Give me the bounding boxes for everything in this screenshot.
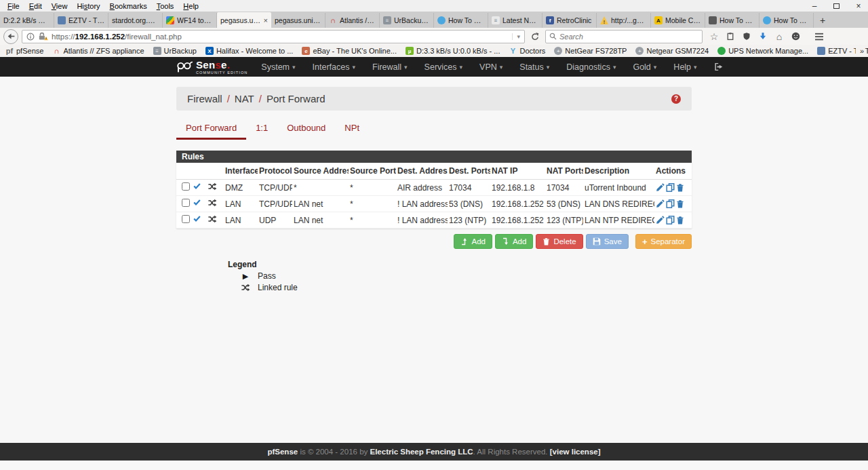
nav-services[interactable]: Services▾ — [425, 62, 462, 72]
url-dropdown-icon[interactable]: ▾ — [512, 33, 520, 40]
reload-button[interactable] — [528, 30, 542, 43]
cell-src_ports: * — [349, 212, 396, 229]
column-header — [206, 163, 224, 180]
bookmark-ups-network-manage[interactable]: UPS Network Manage... — [717, 47, 808, 55]
new-tab-button[interactable]: + — [814, 13, 831, 28]
bookmark-ebay-the-uk-s-online[interactable]: eeBay - The UK's Online... — [302, 47, 397, 55]
bookmark-doctors[interactable]: YDoctors — [509, 47, 545, 55]
browser-tab[interactable]: ≡Latest News - ... — [488, 13, 542, 28]
nav-help[interactable]: Help▾ — [673, 62, 696, 72]
shield-button[interactable] — [738, 29, 755, 44]
edit-icon[interactable] — [656, 216, 665, 224]
insecure-lock-icon[interactable] — [38, 32, 48, 41]
clipboard-button[interactable] — [722, 29, 738, 44]
nav-vpn[interactable]: VPN▾ — [479, 62, 502, 72]
bookmarks-overflow-icon[interactable]: » — [856, 45, 864, 57]
plus-icon: + — [642, 237, 648, 246]
browser-tab[interactable]: D:2.2 kB/s U:502.7 ... — [0, 13, 54, 28]
nav-firewall[interactable]: Firewall▾ — [372, 62, 408, 72]
minimize-icon[interactable]: – — [810, 1, 818, 11]
menu-bookmarks[interactable]: Bookmarks — [105, 2, 152, 10]
maximize-icon[interactable] — [833, 3, 840, 9]
halifax-favicon: X — [205, 47, 214, 55]
add-button[interactable]: Add — [495, 234, 533, 249]
menu-tools[interactable]: Tools — [152, 2, 179, 10]
menu-file[interactable]: File — [3, 2, 24, 10]
edit-icon[interactable] — [656, 199, 665, 208]
browser-tab[interactable]: !http:/...gbh=1 — [597, 13, 651, 28]
footer-highlight[interactable]: [view license] — [550, 448, 601, 456]
bookmark-pfsense[interactable]: pfpfSense — [5, 47, 43, 55]
pass-icon — [193, 182, 201, 191]
subtab-port-forward[interactable]: Port Forward — [176, 123, 246, 140]
bookmark-atlantis-zfs-appliance[interactable]: ∩Atlantis // ZFS appliance — [52, 47, 144, 55]
star-button[interactable]: ☆ — [706, 29, 722, 44]
close-icon[interactable]: × — [854, 1, 863, 11]
subtab-1-1[interactable]: 1:1 — [246, 123, 277, 140]
rule-checkbox[interactable] — [182, 199, 190, 207]
menu-history[interactable]: History — [72, 2, 104, 10]
column-header — [191, 163, 206, 180]
browser-tab[interactable]: WF14 to field... — [163, 13, 217, 28]
browser-tab[interactable]: How To Set U... — [434, 13, 488, 28]
browser-tab[interactable]: How To Set U... — [760, 13, 814, 28]
browser-tab[interactable]: pegasus.univ...× — [217, 12, 271, 28]
menu-view[interactable]: View — [47, 2, 73, 10]
bookmark-netgear-fs728tp[interactable]: +NetGear FS728TP — [554, 47, 627, 55]
delete-icon[interactable] — [676, 216, 684, 224]
browser-tab[interactable]: ≡UrBackup - K... — [380, 13, 434, 28]
browser-tab[interactable]: pegasus.universe ... — [271, 13, 326, 28]
add-button[interactable]: Add — [454, 234, 492, 249]
save-button[interactable]: Save — [586, 234, 629, 249]
trash-white-icon — [542, 237, 550, 246]
nav-gold[interactable]: Gold▾ — [633, 62, 656, 72]
browser-tab[interactable]: stardot.org.uk - In... — [108, 13, 163, 28]
home-button[interactable]: ⌂ — [771, 29, 787, 44]
menu-hamburger-button[interactable] — [811, 29, 827, 44]
copy-icon[interactable] — [666, 216, 675, 224]
subtab-outbound[interactable]: Outbound — [277, 123, 335, 140]
bookmark-halifax-welcome-to[interactable]: XHalifax - Welcome to ... — [205, 47, 294, 55]
help-icon[interactable]: ? — [671, 94, 681, 104]
url-bar[interactable]: https://192.168.1.252/firewall_nat.php ▾ — [22, 30, 525, 43]
actions-cell — [654, 196, 692, 212]
site-info-icon[interactable] — [26, 33, 35, 41]
subtab-npt[interactable]: NPt — [335, 123, 369, 140]
nav-diagnostics[interactable]: Diagnostics▾ — [566, 62, 616, 72]
search-box[interactable] — [545, 30, 703, 43]
edit-icon[interactable] — [656, 183, 665, 192]
browser-tab[interactable]: How To Setu... — [705, 13, 760, 28]
search-input[interactable] — [559, 33, 698, 41]
pfsense-logo[interactable]: Sense. COMMUNITY EDITION — [176, 60, 248, 75]
nav-status[interactable]: Status▾ — [519, 62, 549, 72]
browser-tab[interactable]: ∩Atlantis // ZF... — [326, 13, 380, 28]
bookmark-netgear-gsm7224[interactable]: +Netgear GSM7224 — [635, 47, 709, 55]
breadcrumb-item[interactable]: Firewall — [187, 93, 222, 104]
delete-icon[interactable] — [676, 199, 684, 208]
tab-close-icon[interactable]: × — [264, 16, 268, 24]
rule-checkbox[interactable] — [182, 182, 190, 191]
nav-system[interactable]: System▾ — [261, 62, 295, 72]
menu-help[interactable]: Help — [178, 2, 203, 10]
separator-button[interactable]: +Separator — [635, 234, 692, 249]
addon-button[interactable] — [787, 29, 804, 44]
delete-button[interactable]: Delete — [536, 234, 583, 249]
pass-icon — [193, 199, 201, 207]
browser-tab[interactable]: EZTV - TV Tor... — [54, 13, 108, 28]
copy-icon[interactable] — [666, 199, 675, 208]
menu-edit[interactable]: Edit — [24, 2, 47, 10]
logout-icon[interactable] — [714, 62, 724, 71]
bookmark-urbackup[interactable]: ≡UrBackup — [153, 47, 197, 55]
back-button[interactable] — [3, 29, 18, 44]
bookmark-d-3-3-kb-s-u-0-0-kb-s[interactable]: µD:3.3 kB/s U:0.0 kB/s - ... — [406, 47, 500, 55]
copy-icon[interactable] — [666, 183, 675, 192]
browser-tab[interactable]: fRetroClinic — [542, 13, 597, 28]
nav-interfaces[interactable]: Interfaces▾ — [313, 62, 355, 72]
breadcrumb-separator: / — [259, 93, 262, 104]
delete-icon[interactable] — [676, 183, 684, 192]
browser-tab[interactable]: AMobile Car B... — [651, 13, 705, 28]
rule-checkbox[interactable] — [182, 215, 190, 223]
button-label: Save — [604, 237, 622, 246]
breadcrumb-item[interactable]: NAT — [235, 93, 254, 104]
download-button[interactable] — [755, 29, 771, 44]
